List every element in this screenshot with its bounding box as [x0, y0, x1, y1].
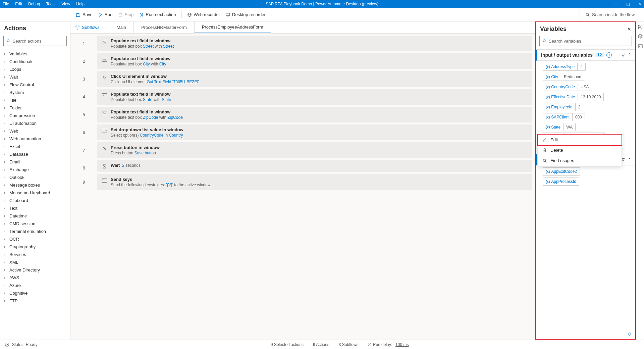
actions-search-input[interactable] — [12, 39, 64, 44]
flow-step[interactable]: Set drop-down list value in windowSelect… — [97, 124, 532, 140]
action-category[interactable]: ›Email — [0, 158, 70, 166]
eraser-icon[interactable]: ◇ — [536, 329, 635, 339]
minimize-icon[interactable]: — — [614, 2, 618, 6]
variable-chip[interactable]: (x)State WA — [543, 123, 576, 131]
variables-search-input[interactable] — [549, 39, 629, 44]
tab-processhrmasterform[interactable]: ProcessHRMasterForm — [134, 21, 195, 33]
maximize-icon[interactable]: ▢ — [626, 2, 630, 6]
action-category[interactable]: ›Outlook — [0, 173, 70, 181]
collapse-icon[interactable]: ⌃ — [628, 157, 631, 162]
run-next-button[interactable]: Run next action — [139, 12, 176, 17]
svg-point-13 — [76, 26, 77, 27]
flow-step[interactable]: Press button in windowPress button Save … — [97, 142, 532, 158]
var-name: AppProcessId — [551, 179, 576, 184]
action-category[interactable]: ›System — [0, 89, 70, 96]
ctx-edit[interactable]: Edit — [537, 134, 622, 146]
subflows-button[interactable]: Subflows ⌄ — [70, 21, 109, 33]
tab-processemployeeaddressform[interactable]: ProcessEmployeeAddressForm — [195, 21, 271, 33]
action-category[interactable]: ›Datetime — [0, 212, 70, 220]
action-category[interactable]: ›FTP — [0, 297, 70, 305]
action-category[interactable]: ›Web — [0, 127, 70, 135]
action-category[interactable]: ›Loops — [0, 65, 70, 73]
action-category[interactable]: ›Azure — [0, 282, 70, 289]
run-button[interactable]: Run — [98, 12, 113, 17]
category-label: Web automation — [9, 136, 41, 141]
step-number: 5 — [70, 107, 97, 122]
save-button[interactable]: Save — [76, 12, 93, 17]
ctx-delete[interactable]: Delete — [538, 145, 622, 155]
variable-chip[interactable]: (x)CountryCodeUSA — [543, 83, 592, 91]
action-category[interactable]: ›Folder — [0, 104, 70, 112]
search-flow[interactable]: Search inside the flow — [580, 8, 640, 21]
action-category[interactable]: ›OCR — [0, 235, 70, 243]
flow-step[interactable]: AbcPopulate text field in windowPopulate… — [97, 89, 532, 105]
action-category[interactable]: ›UI automation — [0, 119, 70, 127]
close-icon[interactable]: ✕ — [627, 27, 631, 32]
filter-icon[interactable]: ▽ — [622, 53, 625, 57]
category-label: CMD session — [9, 221, 35, 226]
add-variable-button[interactable]: + — [606, 52, 612, 58]
web-recorder-button[interactable]: Web recorder — [187, 12, 220, 17]
menu-debug[interactable]: Debug — [28, 2, 40, 6]
svg-rect-36 — [638, 45, 642, 48]
action-category[interactable]: ›Exchange — [0, 166, 70, 173]
menu-view[interactable]: View — [61, 2, 70, 6]
variables-rail-icon[interactable]: {x} — [638, 24, 642, 29]
action-category[interactable]: ›Database — [0, 150, 70, 158]
action-category[interactable]: ›XML — [0, 258, 70, 266]
variable-chip[interactable]: (x)AppExitCode2 — [543, 167, 580, 176]
variable-chip[interactable]: (x)SAPClient000 — [543, 113, 585, 121]
stack-rail-icon[interactable] — [638, 34, 643, 39]
action-category[interactable]: ›Wait — [0, 73, 70, 81]
flow-step[interactable]: AbcPopulate text field in windowPopulate… — [97, 36, 532, 51]
actions-search[interactable] — [3, 36, 67, 46]
variables-search[interactable] — [539, 36, 632, 46]
collapse-icon[interactable]: ⌃ — [628, 53, 631, 57]
action-category[interactable]: ›Cryptography — [0, 243, 70, 251]
menu-tools[interactable]: Tools — [46, 2, 55, 6]
close-icon[interactable]: ✕ — [638, 2, 641, 6]
menu-help[interactable]: Help — [76, 2, 85, 6]
action-category[interactable]: ›Active Directory — [0, 266, 70, 274]
desktop-recorder-button[interactable]: Desktop recorder — [225, 12, 266, 17]
action-category[interactable]: ›Compression — [0, 112, 70, 119]
action-category[interactable]: ›CMD session — [0, 220, 70, 228]
variable-chip[interactable]: (x)CityRedmond — [543, 73, 584, 81]
flow-step[interactable]: Click UI element in windowClick on UI el… — [97, 71, 532, 87]
tab-main[interactable]: Main — [109, 21, 134, 33]
variable-chip[interactable]: (x)AppProcessId — [543, 178, 579, 186]
flow-step[interactable]: AbcPopulate text field in windowPopulate… — [97, 107, 532, 122]
action-category[interactable]: ›AWS — [0, 274, 70, 282]
variable-chip[interactable]: (x)AddressType2 — [543, 63, 586, 71]
action-category[interactable]: ›Clipboard — [0, 197, 70, 204]
variable-chip[interactable]: (x)EmployeeId2 — [543, 103, 583, 111]
action-category[interactable]: ›Services — [0, 251, 70, 258]
rundelay-value[interactable]: 100 ms — [395, 342, 409, 347]
action-category[interactable]: ›Message boxes — [0, 181, 70, 189]
filter-icon[interactable]: ▽ — [622, 157, 625, 162]
action-category[interactable]: ›File — [0, 96, 70, 104]
action-category[interactable]: ›Text — [0, 204, 70, 212]
svg-point-14 — [78, 26, 79, 27]
search-icon — [585, 12, 590, 17]
category-label: System — [9, 90, 24, 95]
action-category[interactable]: ›Web automation — [0, 135, 70, 143]
action-category[interactable]: ›Excel — [0, 143, 70, 150]
image-rail-icon[interactable] — [638, 44, 643, 49]
variable-chip[interactable]: (x)EffectiveDate13.10.2020 — [543, 93, 604, 101]
action-category[interactable]: ›Variables — [0, 50, 70, 58]
stop-icon — [118, 12, 123, 17]
action-category[interactable]: ›Terminal emulation — [0, 228, 70, 235]
flow-step[interactable]: Send keysSend the following keystrokes: … — [97, 174, 532, 190]
svg-line-10 — [588, 15, 590, 16]
action-category[interactable]: ›Flow Control — [0, 81, 70, 89]
io-variables-header[interactable]: Input / output variables 12 + ▽ ⌃ — [536, 50, 635, 61]
flow-step[interactable]: Wait 2 seconds — [97, 160, 532, 172]
menu-file[interactable]: File — [3, 2, 9, 6]
action-category[interactable]: ›Conditionals — [0, 58, 70, 65]
menu-edit[interactable]: Edit — [15, 2, 22, 6]
flow-step[interactable]: AbcPopulate text field in windowPopulate… — [97, 53, 532, 69]
action-category[interactable]: ›Cognitive — [0, 289, 70, 297]
ctx-find-usages[interactable]: Find usages — [538, 155, 622, 166]
action-category[interactable]: ›Mouse and keyboard — [0, 189, 70, 197]
